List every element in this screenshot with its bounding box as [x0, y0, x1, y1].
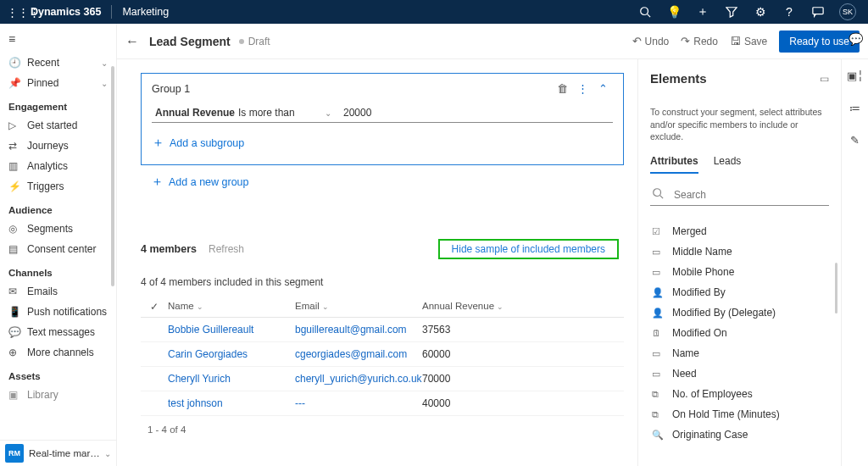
rail-add-panel-icon[interactable]: ▣╎ [848, 68, 863, 83]
attribute-item[interactable]: 👤Modified By [650, 282, 829, 302]
rail-list-icon[interactable]: ≔ [848, 100, 863, 115]
attribute-label: Need [672, 368, 697, 380]
sidebar-item-segments[interactable]: ◎Segments [0, 219, 116, 239]
undo-button[interactable]: ↶Undo [632, 35, 670, 47]
group-menu-icon[interactable]: ⋮ [572, 82, 593, 95]
select-all-checkbox[interactable]: ✓ [141, 301, 168, 313]
lightbulb-icon[interactable]: 💡 [666, 4, 682, 19]
hide-sample-button[interactable]: Hide sample of included members [438, 239, 619, 259]
collapse-panel-icon[interactable]: ▭ [820, 73, 829, 85]
member-name-link[interactable]: Bobbie Guillereault [168, 324, 295, 336]
ready-to-use-button[interactable]: Ready to use [779, 31, 860, 53]
attribute-label: On Hold Time (Minutes) [672, 408, 780, 420]
member-name-link[interactable]: test johnson [168, 397, 295, 409]
settings-gear-icon[interactable]: ⚙ [753, 4, 768, 19]
command-bar: ← Lead Segment Draft ↶Undo ↷Redo 🖫Save R… [117, 24, 868, 59]
collapse-group-icon[interactable]: ⌃ [593, 82, 613, 95]
sidebar-item-triggers[interactable]: ⚡Triggers [0, 176, 116, 197]
sidebar-recent[interactable]: 🕘Recent⌄ [0, 53, 116, 73]
sidebar-item-more-channels[interactable]: ⊕More channels [0, 342, 116, 363]
attribute-item[interactable]: ▭Middle Name [650, 241, 829, 262]
attribute-label: Modified By (Delegate) [672, 307, 776, 319]
global-header: ⋮⋮⋮ Dynamics 365 Marketing 💡 ＋ ⚙ ? SK [0, 0, 868, 24]
plus-icon: ＋ [151, 174, 164, 190]
app-launcher-icon[interactable]: ⋮⋮⋮ [7, 6, 25, 19]
delete-group-icon[interactable]: 🗑 [552, 82, 572, 95]
back-button[interactable]: ← [125, 34, 146, 49]
search-input[interactable] [674, 189, 827, 201]
attribute-item[interactable]: 🔍Originating Case [650, 424, 829, 445]
add-group-button[interactable]: ＋Add a new group [141, 165, 624, 190]
attribute-item[interactable]: 👤Modified By (Delegate) [650, 302, 829, 323]
svg-rect-2 [813, 8, 823, 14]
save-button[interactable]: 🖫Save [730, 35, 767, 47]
sidebar-item-emails[interactable]: ✉Emails [0, 281, 116, 302]
tab-leads[interactable]: Leads [714, 155, 742, 174]
sidebar-pinned[interactable]: 📌Pinned⌄ [0, 73, 116, 93]
condition-value[interactable]: 20000 [343, 107, 609, 119]
attribute-item[interactable]: ☑Merged [650, 221, 829, 241]
table-row: test johnson---40000 [141, 391, 624, 416]
page-title: Lead Segment [149, 35, 231, 48]
group-title: Group 1 [152, 83, 552, 95]
member-email-link[interactable]: cgeorgiades@gmail.com [295, 348, 422, 360]
attribute-item[interactable]: ▭Name [650, 343, 829, 363]
col-header-revenue[interactable]: Annual Revenue⌄ [422, 301, 532, 313]
copilot-icon[interactable]: 💬 [849, 32, 863, 46]
col-header-name[interactable]: Name⌄ [168, 301, 295, 313]
member-name-link[interactable]: Carin Georgiades [168, 348, 295, 360]
table-row: Bobbie Guillereaultbguillereault@gmail.c… [141, 318, 624, 342]
chevron-down-icon: ⌄ [101, 58, 108, 68]
attribute-type-icon: 🗓 [652, 328, 665, 338]
attribute-scrollbar[interactable] [835, 263, 837, 313]
members-table: ✓ Name⌄ Email⌄ Annual Revenue⌄ Bobbie Gu… [141, 297, 624, 416]
attribute-item[interactable]: ⧉No. of Employees [650, 384, 829, 404]
condition-operator-dropdown[interactable]: Is more than⌄ [238, 107, 331, 119]
members-summary: 4 of 4 members included in this segment [141, 276, 624, 288]
plus-icon: ＋ [152, 135, 164, 151]
hamburger-icon[interactable]: ≡ [0, 29, 116, 53]
sidebar-heading-assets: Assets [0, 363, 116, 385]
sidebar-item-library[interactable]: ▣Library [0, 385, 116, 405]
sidebar-item-text[interactable]: 💬Text messages [0, 322, 116, 342]
help-icon[interactable]: ? [782, 4, 797, 19]
tab-attributes[interactable]: Attributes [650, 155, 698, 174]
add-subgroup-button[interactable]: ＋Add a subgroup [152, 131, 613, 154]
sidebar-recent-label: Recent [27, 57, 101, 69]
member-revenue: 60000 [422, 348, 532, 360]
sidebar-item-get-started[interactable]: ▷Get started [0, 115, 116, 136]
attribute-item[interactable]: ⧉On Hold Time (Minutes) [650, 404, 829, 424]
attribute-search[interactable] [650, 182, 829, 206]
attribute-item[interactable]: ▭Mobile Phone [650, 262, 829, 282]
search-icon[interactable] [637, 4, 653, 19]
redo-button[interactable]: ↷Redo [681, 35, 718, 47]
member-name-link[interactable]: Cheryll Yurich [168, 373, 295, 385]
elements-panel: Elements ▭ To construct your segment, se… [637, 59, 841, 466]
plus-icon[interactable]: ＋ [695, 4, 710, 19]
attribute-label: Middle Name [672, 246, 732, 258]
sidebar-heading-channels: Channels [0, 259, 116, 281]
sidebar-item-push[interactable]: 📱Push notifications [0, 302, 116, 322]
filter-icon[interactable] [724, 4, 739, 19]
svg-line-1 [648, 14, 651, 18]
attribute-item[interactable]: 🗓Modified On [650, 323, 829, 343]
member-revenue: 70000 [422, 373, 532, 385]
refresh-button[interactable]: Refresh [209, 243, 244, 255]
sidebar-nav: ≡ 🕘Recent⌄ 📌Pinned⌄ Engagement ▷Get star… [0, 24, 117, 466]
member-email-link[interactable]: --- [295, 397, 422, 409]
attribute-type-icon: 🔍 [652, 430, 665, 441]
member-email-link[interactable]: bguillereault@gmail.com [295, 324, 422, 336]
member-email-link[interactable]: cheryll_yurich@yurich.co.uk [295, 373, 422, 385]
col-header-email[interactable]: Email⌄ [295, 301, 422, 313]
table-row: Carin Georgiadescgeorgiades@gmail.com600… [141, 342, 624, 367]
feedback-icon[interactable] [810, 4, 826, 19]
sidebar-item-journeys[interactable]: ⇄Journeys [0, 136, 116, 156]
svg-point-0 [641, 8, 648, 15]
rail-settings-icon[interactable]: ✎ [848, 132, 863, 147]
sidebar-item-consent-center[interactable]: ▤Consent center [0, 239, 116, 259]
sidebar-scrollbar[interactable] [111, 66, 114, 432]
attribute-item[interactable]: ▭Need [650, 363, 829, 384]
user-avatar[interactable]: SK [839, 3, 856, 20]
sidebar-area-switcher[interactable]: RM Real-time marketi... ⌄ [0, 440, 116, 466]
sidebar-item-analytics[interactable]: ▥Analytics [0, 156, 116, 176]
